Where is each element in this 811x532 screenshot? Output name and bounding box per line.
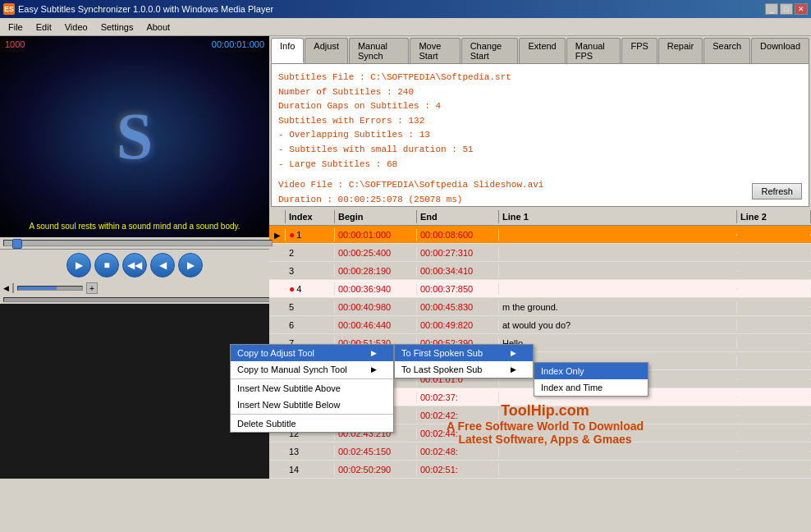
info-line-3: Subtitles with Errors : 132 bbox=[278, 114, 802, 129]
table-row[interactable]: 5 00:00:40:980 00:00:45:830 m the ground… bbox=[269, 298, 811, 316]
table-row[interactable]: 3 00:00:28:190 00:00:34:410 bbox=[269, 262, 811, 280]
app-icon: ES bbox=[3, 3, 15, 15]
prev-button[interactable]: ◀ bbox=[150, 253, 175, 277]
ctx-copy-manual[interactable]: Copy to Manual Synch Tool ▶ bbox=[231, 361, 393, 378]
ctx-copy-adjust[interactable]: Copy to Adjust Tool ▶ bbox=[231, 345, 393, 361]
volume-fill bbox=[18, 287, 57, 290]
th-index: Index bbox=[286, 210, 335, 223]
track-bar[interactable] bbox=[3, 297, 273, 302]
tab-repair[interactable]: Repair bbox=[658, 38, 703, 63]
video-time-right: 00:00:01:000 bbox=[212, 39, 264, 49]
context-menu: Copy to Adjust Tool ▶ Copy to Manual Syn… bbox=[230, 344, 394, 433]
tab-change-start[interactable]: Change Start bbox=[461, 38, 519, 63]
video-logo: S bbox=[117, 99, 153, 174]
menu-file[interactable]: File bbox=[2, 21, 30, 34]
tab-manual-fps[interactable]: Manual FPS bbox=[566, 38, 621, 63]
menu-video[interactable]: Video bbox=[58, 21, 94, 34]
maximize-button[interactable]: □ bbox=[780, 3, 793, 15]
video-subtitle-text: A sound soul rests within a sound mind a… bbox=[7, 222, 263, 231]
table-row[interactable]: 14 00:02:50:290 00:02:51: bbox=[269, 461, 811, 479]
th-end: End bbox=[417, 210, 499, 223]
info-line-2: Duration Gaps on Subtitles : 4 bbox=[278, 99, 802, 114]
video-area: S 1000 00:00:01:000 A sound soul rests w… bbox=[0, 36, 269, 237]
tab-fps[interactable]: FPS bbox=[621, 38, 657, 63]
info-line-8: Video File : C:\SOFTPEDIA\Softpedia Slid… bbox=[278, 178, 802, 193]
tab-download[interactable]: Download bbox=[751, 38, 809, 63]
ctx-divider-2 bbox=[231, 414, 393, 415]
video-thumbnail: S 1000 00:00:01:000 A sound soul rests w… bbox=[0, 36, 269, 237]
window-title: Easy Subtitles Synchronizer 1.0.0.0 with… bbox=[18, 4, 273, 14]
info-line-6: - Large Subtitles : 68 bbox=[278, 158, 802, 172]
table-row[interactable]: 6 00:00:46:440 00:00:49:820 at would you… bbox=[269, 316, 811, 334]
tab-search[interactable]: Search bbox=[703, 38, 750, 63]
video-time-left: 1000 bbox=[5, 39, 25, 49]
tab-info[interactable]: Info bbox=[271, 38, 304, 63]
ctx-divider bbox=[231, 378, 393, 379]
tab-adjust[interactable]: Adjust bbox=[305, 38, 348, 63]
menu-about[interactable]: About bbox=[140, 21, 176, 34]
vol-divider bbox=[12, 283, 14, 293]
info-line-5: - Subtitles with small duration : 51 bbox=[278, 143, 802, 158]
seek-thumb[interactable] bbox=[12, 239, 22, 249]
tab-move-start[interactable]: Move Start bbox=[410, 38, 460, 63]
info-line-1: Number of Subtitles : 240 bbox=[278, 85, 802, 100]
tab-manual-synch[interactable]: Manual Synch bbox=[349, 38, 409, 63]
submenu2: Index Only Index and Time bbox=[534, 362, 648, 397]
th-line1: Line 1 bbox=[499, 210, 737, 223]
menu-edit[interactable]: Edit bbox=[30, 21, 58, 34]
menu-settings[interactable]: Settings bbox=[94, 21, 140, 34]
info-text: Subtitles File : C:\SOFTPEDIA\Softpedia.… bbox=[278, 71, 802, 207]
error-icon: ● bbox=[289, 229, 295, 241]
minimize-button[interactable]: _ bbox=[765, 3, 778, 15]
ctx-index-time[interactable]: Index and Time bbox=[534, 379, 648, 396]
vol-arrow-left[interactable]: ◀ bbox=[3, 284, 9, 292]
info-line-4: - Overlapping Subtitles : 13 bbox=[278, 128, 802, 143]
info-line-0: Subtitles File : C:\SOFTPEDIA\Softpedia.… bbox=[278, 71, 802, 85]
close-button[interactable]: ✕ bbox=[795, 3, 808, 15]
vol-plus[interactable]: + bbox=[86, 282, 98, 294]
play-arrow-icon: ▶ bbox=[274, 231, 281, 240]
table-header: Index Begin End Line 1 Line 2 bbox=[269, 209, 811, 226]
info-panel: Subtitles File : C:\SOFTPEDIA\Softpedia.… bbox=[271, 63, 809, 207]
table-row[interactable]: 2 00:00:25:400 00:00:27:310 bbox=[269, 244, 811, 262]
next-button[interactable]: ▶ bbox=[178, 253, 203, 277]
tab-extend[interactable]: Extend bbox=[519, 38, 565, 63]
th-begin: Begin bbox=[335, 210, 417, 223]
ctx-index-only[interactable]: Index Only bbox=[534, 363, 648, 379]
rewind-button[interactable]: ◀◀ bbox=[122, 253, 147, 277]
ctx-last-spoken[interactable]: To Last Spoken Sub ▶ bbox=[395, 361, 533, 378]
ctx-submenu1-arrow-1: ▶ bbox=[511, 365, 516, 374]
title-bar: ES Easy Subtitles Synchronizer 1.0.0.0 w… bbox=[0, 0, 811, 18]
table-row[interactable]: ▶ ●1 00:00:01:000 00:00:08:600 bbox=[269, 226, 811, 244]
ctx-delete[interactable]: Delete Subtitle bbox=[231, 415, 393, 432]
ctx-arrow-1: ▶ bbox=[371, 365, 377, 374]
tabs-row: Info Adjust Manual Synch Move Start Chan… bbox=[269, 36, 811, 63]
submenu1: To First Spoken Sub ▶ To Last Spoken Sub… bbox=[394, 344, 534, 378]
info-line-9: Duration : 00:00:25:078 (25078 ms) bbox=[278, 193, 802, 208]
seek-bar[interactable] bbox=[3, 240, 273, 246]
th-arrow bbox=[269, 210, 286, 223]
volume-bar[interactable] bbox=[17, 286, 83, 291]
refresh-button[interactable]: Refresh bbox=[752, 183, 802, 200]
ctx-submenu1-arrow-0: ▶ bbox=[511, 349, 516, 357]
menu-bar: File Edit Video Settings About bbox=[0, 18, 811, 36]
ctx-arrow-0: ▶ bbox=[371, 349, 377, 357]
ctx-first-spoken[interactable]: To First Spoken Sub ▶ bbox=[395, 345, 533, 361]
ctx-insert-below[interactable]: Insert New Subtitle Below bbox=[231, 397, 393, 413]
stop-button[interactable]: ■ bbox=[94, 253, 119, 277]
table-row[interactable]: ●4 00:00:36:940 00:00:37:850 bbox=[269, 280, 811, 298]
main-area: S 1000 00:00:01:000 A sound soul rests w… bbox=[0, 36, 811, 479]
video-controls: ▶ ■ ◀◀ ◀ ▶ bbox=[0, 249, 269, 281]
th-line2: Line 2 bbox=[737, 210, 811, 223]
play-button[interactable]: ▶ bbox=[66, 253, 91, 277]
video-panel: S 1000 00:00:01:000 A sound soul rests w… bbox=[0, 36, 269, 479]
table-row[interactable]: 13 00:02:45:150 00:02:48: bbox=[269, 443, 811, 461]
ctx-insert-above[interactable]: Insert New Subtitle Above bbox=[231, 380, 393, 397]
